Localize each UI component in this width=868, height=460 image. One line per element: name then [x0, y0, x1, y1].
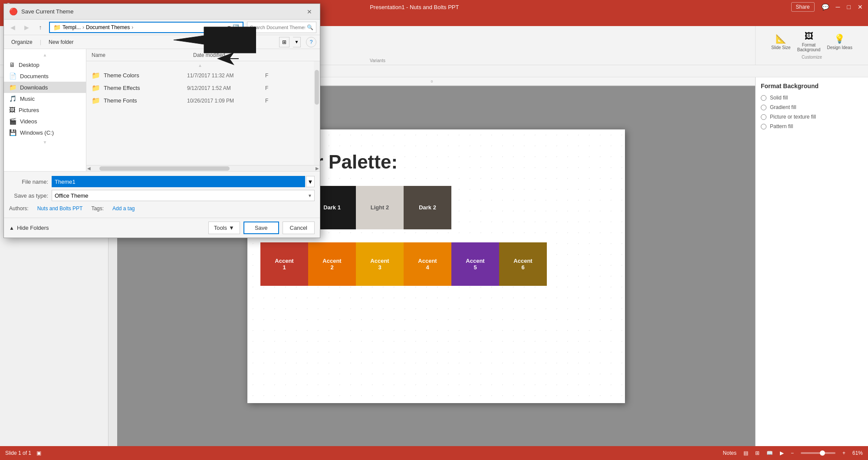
view-slide-sorter[interactable]: ⊞ [755, 450, 760, 456]
view-toggle-button[interactable]: ⊞ [279, 37, 289, 47]
file-item-theme-colors[interactable]: 📁 Theme Colors 11/7/2017 11:32 AM F [86, 69, 314, 82]
close-button[interactable]: ✕ [858, 3, 863, 10]
theme-fonts-name: Theme Fonts [104, 97, 187, 104]
hide-folders-row[interactable]: ▲ Hide Folders [9, 225, 49, 231]
zoom-handle[interactable] [820, 450, 825, 456]
cancel-button[interactable]: Cancel [283, 222, 315, 234]
hide-folders-label[interactable]: Hide Folders [17, 225, 49, 231]
breadcrumb-folder-icon: 📁 [53, 24, 61, 31]
fill-pattern-radio[interactable] [761, 124, 766, 129]
view-dropdown-button[interactable]: ▼ [293, 37, 301, 47]
comments-icon[interactable]: 💬 [822, 3, 829, 10]
hscroll-left-btn[interactable]: ◀ [87, 166, 91, 171]
search-box: 🔍 [247, 22, 316, 33]
format-background-btn[interactable]: 🖼 Format Background [796, 31, 822, 52]
slide-info: Slide 1 of 1 [5, 450, 31, 456]
left-nav-scroll-up[interactable]: ▲ [4, 53, 86, 57]
file-name-label: File name: [9, 179, 48, 185]
fill-pattern[interactable]: Pattern fill [761, 123, 863, 129]
left-nav-documents[interactable]: 📄 Documents [4, 70, 86, 82]
left-nav-music[interactable]: 🎵 Music [4, 93, 86, 104]
minimize-button[interactable]: ─ [836, 3, 840, 10]
share-button[interactable]: Share [791, 2, 815, 12]
save-as-type-row: Save as type: Office Theme ▼ [9, 190, 315, 201]
left-nav-videos[interactable]: 🎬 Videos [4, 116, 86, 127]
nav-back-button[interactable]: ◀ [7, 22, 18, 33]
dialog-close-button[interactable]: ✕ [304, 7, 315, 17]
save-button[interactable]: Save [243, 222, 279, 234]
music-label: Music [20, 96, 35, 102]
file-vscroll-thumb[interactable] [315, 70, 319, 105]
fill-picture-radio[interactable] [761, 114, 766, 120]
organize-button[interactable]: Organize [7, 37, 36, 47]
dialog-navbar: ◀ ▶ ↑ 📁 Templ... › Document Themes › ▼ 🔄 [4, 20, 320, 35]
breadcrumb-bar: 📁 Templ... › Document Themes › ▼ 🔄 [49, 22, 243, 33]
documents-icon: 📄 [9, 73, 16, 79]
breadcrumb-refresh[interactable]: 🔄 [233, 24, 239, 30]
theme-colors-folder-icon: 📁 [92, 71, 100, 79]
nav-up-button[interactable]: ↑ [35, 22, 46, 33]
fill-solid[interactable]: Solid fill [761, 95, 863, 101]
save-as-type-select[interactable]: Office Theme [52, 190, 315, 201]
fill-gradient-radio[interactable] [761, 105, 766, 110]
hscroll-right-btn[interactable]: ▶ [316, 166, 319, 171]
view-normal-icon[interactable]: ▤ [743, 450, 748, 456]
color-box-accent6: Accent6 [499, 242, 547, 286]
maximize-button[interactable]: □ [847, 3, 851, 10]
file-name-wrapper: ▼ [52, 176, 315, 187]
view-presentation[interactable]: ▶ [780, 450, 784, 456]
left-nav-scroll-down[interactable]: ▼ [4, 140, 86, 145]
tags-value[interactable]: Add a tag [112, 205, 135, 212]
hscroll-thumb[interactable] [99, 166, 230, 171]
fill-solid-radio[interactable] [761, 95, 766, 101]
nav-forward-button[interactable]: ▶ [21, 22, 32, 33]
fill-picture[interactable]: Picture or texture fill [761, 114, 863, 120]
fill-gradient[interactable]: Gradient fill [761, 104, 863, 110]
pictures-label: Pictures [19, 107, 39, 113]
zoom-slider[interactable] [801, 452, 835, 454]
status-bar: Slide 1 of 1 ▣ Notes ▤ ⊞ 📖 ▶ − + 61% [0, 446, 868, 460]
notes-button[interactable]: Notes [723, 450, 736, 456]
zoom-out[interactable]: − [791, 450, 794, 456]
breadcrumb-dropdown[interactable]: ▼ [227, 24, 232, 30]
dialog-form: File name: ▼ Save as type: Office Theme … [4, 171, 320, 218]
authors-value[interactable]: Nuts and Bolts PPT [37, 205, 83, 212]
file-hscroll[interactable]: ◀ ▶ [86, 165, 320, 171]
help-button[interactable]: ? [306, 37, 316, 47]
left-nav-desktop[interactable]: 🖥 Desktop [4, 59, 86, 70]
design-ideas-btn[interactable]: 💡 Design Ideas [827, 33, 852, 50]
breadcrumb-sep2: › [132, 24, 133, 30]
save-as-type-label: Save as type: [9, 192, 48, 199]
slide-view-icon: ▣ [36, 450, 41, 456]
view-reading[interactable]: 📖 [766, 450, 773, 456]
zoom-in[interactable]: + [842, 450, 845, 456]
new-folder-button[interactable]: New folder [45, 37, 77, 47]
file-scroll-up[interactable]: ▲ [86, 63, 314, 69]
col-date-header[interactable]: Date modified [193, 52, 271, 58]
file-name-dropdown[interactable]: ▼ [306, 176, 315, 187]
file-name-input[interactable] [52, 176, 305, 187]
zoom-level: 61% [852, 450, 863, 456]
tools-button[interactable]: Tools ▼ [208, 222, 240, 234]
slide-size-btn[interactable]: 📐 Slide Size [771, 33, 790, 50]
save-dialog: 🔴 Save Current Theme ✕ ◀ ▶ ↑ 📁 Templ... … [3, 3, 320, 238]
color-box-accent5: Accent5 [451, 242, 499, 286]
color-box-accent3: Accent3 [356, 242, 404, 286]
theme-fonts-date: 10/26/2017 1:09 PM [187, 98, 265, 104]
windows-c-label: Windows (C:) [20, 129, 54, 136]
search-input[interactable] [250, 25, 305, 30]
file-item-theme-fonts[interactable]: 📁 Theme Fonts 10/26/2017 1:09 PM F [86, 94, 314, 107]
theme-effects-date: 9/12/2017 1:52 AM [187, 85, 265, 91]
music-icon: 🎵 [9, 95, 16, 102]
col-name-header[interactable]: Name [92, 52, 193, 58]
customize-section: 📐 Slide Size 🖼 Format Background 💡 Desig… [771, 31, 852, 52]
file-vscroll[interactable] [314, 61, 320, 165]
dialog-bottom: ▲ Hide Folders Tools ▼ Save Cancel [4, 218, 320, 238]
left-nav-windows-c[interactable]: 💾 Windows (C:) [4, 127, 86, 138]
tags-static-label: Tags: [91, 205, 104, 212]
left-nav-pictures[interactable]: 🖼 Pictures [4, 104, 86, 116]
file-item-theme-effects[interactable]: 📁 Theme Effects 9/12/2017 1:52 AM F [86, 82, 314, 94]
breadcrumb-docthemes: Document Themes [86, 24, 130, 30]
left-nav-downloads[interactable]: 📁 Downloads [4, 82, 86, 93]
status-right: Notes ▤ ⊞ 📖 ▶ − + 61% [723, 450, 863, 456]
